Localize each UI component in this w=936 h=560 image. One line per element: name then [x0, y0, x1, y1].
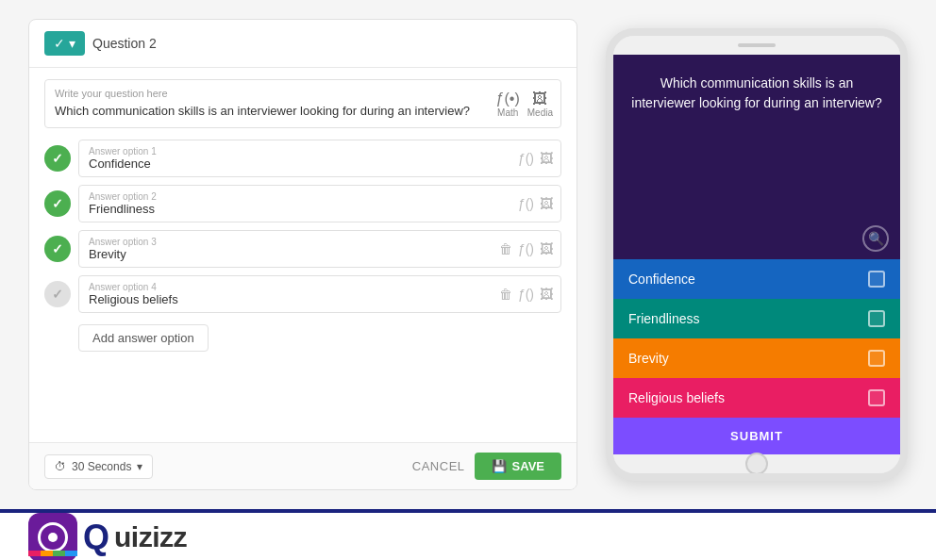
- media-tool-button[interactable]: 🖼 Media: [527, 91, 553, 118]
- timer-button[interactable]: ⏱ 30 Seconds ▾: [44, 454, 153, 479]
- answer-option-4: ✓ Answer option 4 Religious beliefs 🗑 ƒ(…: [44, 275, 561, 313]
- phone-answer-label-4: Religious beliefs: [628, 390, 725, 405]
- question-header: ✓ ▾ Question 2: [29, 20, 577, 68]
- save-icon: 💾: [492, 459, 507, 473]
- question-body: Write your question here Which communica…: [29, 68, 577, 442]
- checkmark-1: ✓: [52, 151, 63, 166]
- answer-input-4[interactable]: Answer option 4 Religious beliefs 🗑 ƒ() …: [78, 275, 561, 313]
- phone-frame: Which communication skills is an intervi…: [606, 28, 908, 481]
- image-tool-1[interactable]: 🖼: [540, 151, 553, 166]
- fx-tool-3[interactable]: ƒ(): [518, 241, 534, 256]
- answer-label-1: Answer option 1: [89, 146, 551, 156]
- checkmark-2: ✓: [52, 196, 63, 211]
- answer-tools-3: 🗑 ƒ() 🖼: [499, 241, 553, 256]
- checkmark-3: ✓: [52, 241, 63, 256]
- image-tool-2[interactable]: 🖼: [540, 196, 553, 211]
- media-label: Media: [527, 107, 553, 118]
- answer-tools-2: ƒ() 🖼: [518, 196, 553, 211]
- phone-submit-bar[interactable]: SUBMIT: [613, 418, 900, 454]
- checkmark-4: ✓: [52, 287, 63, 302]
- add-answer-button[interactable]: Add answer option: [78, 324, 209, 352]
- phone-answer-checkbox-3: [868, 350, 885, 367]
- phone-answer-label-2: Friendliness: [628, 311, 699, 326]
- logo-container: Q uizizz: [28, 513, 187, 560]
- question-tools: ƒ(•) Math 🖼 Media: [496, 91, 553, 118]
- phone-question-area: Which communication skills is an intervi…: [613, 55, 900, 259]
- answer-value-1: Confidence: [89, 156, 551, 171]
- image-tool-3[interactable]: 🖼: [540, 241, 553, 256]
- fx-tool-2[interactable]: ƒ(): [518, 196, 534, 211]
- logo-q-letter: Q: [83, 518, 109, 557]
- answer-option-3: ✓ Answer option 3 Brevity 🗑 ƒ() 🖼: [44, 230, 561, 268]
- answer-value-3: Brevity: [89, 247, 551, 261]
- question-placeholder-label: Write your question here: [55, 88, 551, 99]
- question-text: Which communication skills is an intervi…: [55, 103, 551, 120]
- phone-answers: Confidence Friendliness Brevity Religiou…: [613, 259, 900, 454]
- phone-top-bar: [613, 36, 900, 55]
- phone-answer-checkbox-2: [868, 310, 885, 327]
- editor-panel: ✓ ▾ Question 2 Write your question here …: [28, 19, 577, 490]
- phone-answer-checkbox-1: [868, 271, 885, 288]
- answer-tools-4: 🗑 ƒ() 🖼: [499, 287, 553, 302]
- answer-option-2: ✓ Answer option 2 Friendliness ƒ() 🖼: [44, 185, 561, 222]
- phone-bottom-bar: [613, 454, 900, 473]
- correct-indicator-3[interactable]: ✓: [44, 236, 71, 262]
- media-icon: 🖼: [532, 91, 547, 107]
- search-icon: 🔍: [862, 225, 889, 252]
- question-type-button[interactable]: ✓ ▾: [44, 31, 85, 56]
- phone-screen: Which communication skills is an intervi…: [613, 55, 900, 454]
- phone-answer-3[interactable]: Brevity: [613, 338, 900, 378]
- save-button[interactable]: 💾 SAVE: [475, 453, 561, 480]
- logo-icon: [28, 513, 77, 560]
- logo-text: uizizz: [114, 521, 187, 553]
- phone-question-text: Which communication skills is an intervi…: [628, 74, 885, 113]
- cancel-button[interactable]: CANCEL: [412, 459, 465, 473]
- checkmark-icon: ✓: [54, 36, 65, 51]
- answer-input-2[interactable]: Answer option 2 Friendliness ƒ() 🖼: [78, 185, 561, 222]
- correct-indicator-4[interactable]: ✓: [44, 281, 71, 307]
- phone-answer-1[interactable]: Confidence: [613, 259, 900, 299]
- dropdown-arrow-icon: ▾: [69, 36, 75, 51]
- phone-answer-checkbox-4: [868, 389, 885, 406]
- phone-mockup-container: Which communication skills is an intervi…: [606, 19, 908, 490]
- editor-footer: ⏱ 30 Seconds ▾ CANCEL 💾 SAVE: [29, 442, 577, 489]
- timer-dropdown-icon: ▾: [137, 460, 142, 473]
- answer-value-4: Religious beliefs: [89, 292, 551, 306]
- fx-icon: ƒ(•): [496, 91, 520, 107]
- timer-label: 30 Seconds: [72, 460, 131, 473]
- save-label: SAVE: [512, 459, 544, 473]
- phone-answer-4[interactable]: Religious beliefs: [613, 378, 900, 418]
- answer-input-3[interactable]: Answer option 3 Brevity 🗑 ƒ() 🖼: [78, 230, 561, 268]
- correct-indicator-1[interactable]: ✓: [44, 145, 71, 172]
- bottom-bar: Q uizizz: [0, 509, 936, 560]
- answer-tools-1: ƒ() 🖼: [518, 151, 553, 166]
- logo-rainbow: [28, 551, 77, 556]
- answer-label-2: Answer option 2: [89, 191, 551, 202]
- question-number: Question 2: [92, 36, 157, 51]
- phone-home-button[interactable]: [745, 453, 768, 475]
- answer-option-1: ✓ Answer option 1 Confidence ƒ() 🖼: [44, 140, 561, 177]
- clock-icon: ⏱: [55, 460, 66, 473]
- correct-indicator-2[interactable]: ✓: [44, 190, 71, 217]
- phone-answer-2[interactable]: Friendliness: [613, 299, 900, 338]
- delete-tool-3[interactable]: 🗑: [499, 241, 512, 256]
- answer-value-2: Friendliness: [89, 202, 551, 216]
- fx-tool-1[interactable]: ƒ(): [518, 151, 534, 166]
- math-tool-button[interactable]: ƒ(•) Math: [496, 91, 520, 118]
- question-input-area[interactable]: Write your question here Which communica…: [44, 79, 561, 128]
- answer-label-3: Answer option 3: [89, 237, 551, 247]
- answer-input-1[interactable]: Answer option 1 Confidence ƒ() 🖼: [78, 140, 561, 177]
- phone-speaker: [738, 43, 776, 47]
- footer-actions: CANCEL 💾 SAVE: [412, 453, 561, 480]
- image-tool-4[interactable]: 🖼: [540, 287, 553, 302]
- answer-label-4: Answer option 4: [89, 282, 551, 292]
- phone-answer-label-1: Confidence: [628, 272, 695, 287]
- delete-tool-4[interactable]: 🗑: [499, 287, 512, 302]
- math-label: Math: [497, 107, 518, 118]
- phone-answer-label-3: Brevity: [628, 351, 669, 366]
- fx-tool-4[interactable]: ƒ(): [518, 287, 534, 302]
